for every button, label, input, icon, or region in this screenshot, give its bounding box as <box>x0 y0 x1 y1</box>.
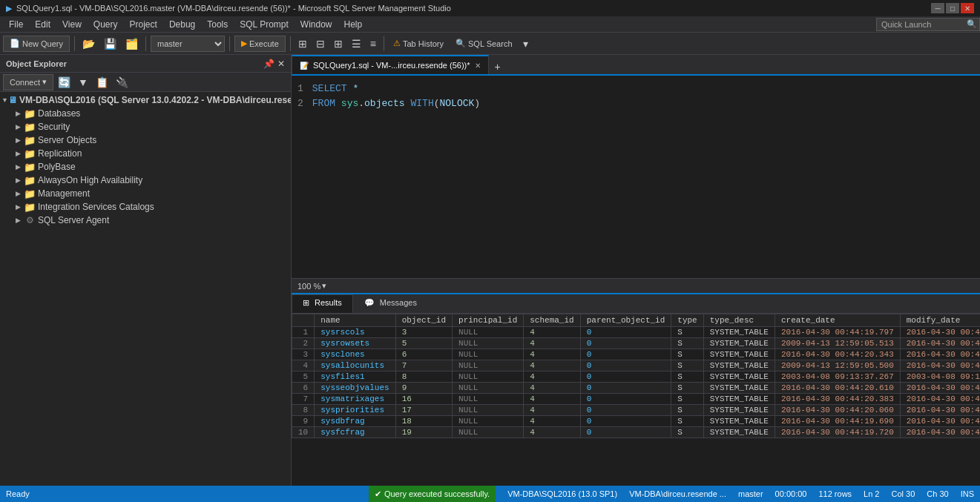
table-row: 3 sysclones 6 NULL 4 0 S SYSTEM_TABLE 20… <box>292 349 981 360</box>
query-tab-1-close[interactable]: ✕ <box>475 62 481 70</box>
alwayson-label: AlwaysOn High Availability <box>38 175 142 185</box>
sql-search-icon: 🔍 <box>456 39 466 48</box>
integration-label: Integration Services Catalogs <box>38 202 154 212</box>
tree-node-management[interactable]: ▶ 📁 Management <box>0 187 291 200</box>
cell-type: S <box>671 383 703 394</box>
cell-type-desc: SYSTEM_TABLE <box>703 349 775 360</box>
tree-node-databases[interactable]: ▶ 📁 Databases <box>0 107 291 120</box>
cell-type: S <box>671 416 703 427</box>
col-type[interactable]: type <box>671 314 703 327</box>
sql-search-label: SQL Search <box>468 39 513 48</box>
execute-button[interactable]: ▶ Execute <box>234 36 286 52</box>
database-selector[interactable]: master <box>151 36 225 52</box>
menu-tools[interactable]: Tools <box>201 18 234 31</box>
tree-node-alwayson[interactable]: ▶ 📁 AlwaysOn High Availability <box>0 174 291 187</box>
cell-rownum: 7 <box>292 394 315 405</box>
cell-principal-id: NULL <box>453 383 524 394</box>
close-button[interactable]: ✕ <box>961 3 974 13</box>
menu-project[interactable]: Project <box>124 18 163 31</box>
tree-node-security[interactable]: ▶ 📁 Security <box>0 120 291 133</box>
open-file-button[interactable]: 📂 <box>79 36 98 51</box>
tree-node-sql-agent[interactable]: ▶ ⚙ SQL Server Agent <box>0 214 291 227</box>
toolbar-btn-5[interactable]: ≡ <box>367 36 379 51</box>
results-table-container[interactable]: name object_id principal_id schema_id pa… <box>292 314 980 486</box>
cell-rownum: 10 <box>292 427 315 438</box>
cell-modify-date: 2016-04-30 00:44:19.877 <box>900 360 980 371</box>
maximize-button[interactable]: □ <box>946 3 959 13</box>
cell-principal-id: NULL <box>453 349 524 360</box>
new-tab-button[interactable]: + <box>490 59 505 74</box>
cell-create-date: 2009-04-13 12:59:05.500 <box>775 360 900 371</box>
cell-object-id: 7 <box>395 360 452 371</box>
security-expand-icon: ▶ <box>12 121 24 133</box>
cell-parent-object-id: 0 <box>580 371 671 383</box>
tree-root-server[interactable]: ▼ 🖥 VM-DBA\SQL2016 (SQL Server 13.0.4202… <box>0 93 291 107</box>
save-all-button[interactable]: 🗂️ <box>122 36 141 51</box>
tree-node-server-objects[interactable]: ▶ 📁 Server Objects <box>0 133 291 147</box>
query-tab-1[interactable]: 📝 SQLQuery1.sql - VM-...irceu.resende (5… <box>292 55 489 74</box>
search-options-button[interactable]: ▾ <box>520 36 531 51</box>
save-button[interactable]: 💾 <box>101 36 119 51</box>
object-explorer-title: Object Explorer <box>6 59 67 68</box>
sql-search-button[interactable]: 🔍 SQL Search <box>451 37 517 50</box>
results-tab-messages[interactable]: 💬 Messages <box>353 294 428 313</box>
line-numbers: 1 2 <box>297 82 303 272</box>
toolbar-btn-1[interactable]: ⊞ <box>295 36 310 51</box>
zoom-dropdown-icon[interactable]: ▾ <box>322 281 326 291</box>
connect-label: Connect <box>10 78 40 87</box>
quick-launch-input[interactable] <box>876 18 980 31</box>
oe-pin-button[interactable]: 📌 <box>263 59 274 69</box>
menu-debug[interactable]: Debug <box>163 18 201 31</box>
cell-type: S <box>671 349 703 360</box>
connect-button[interactable]: Connect ▾ <box>3 74 53 90</box>
table-row: 2 sysrowsets 5 NULL 4 0 S SYSTEM_TABLE 2… <box>292 338 981 349</box>
toolbar-btn-2[interactable]: ⊟ <box>313 36 328 51</box>
minimize-button[interactable]: ─ <box>931 3 944 13</box>
new-query-button[interactable]: 📄 New Query <box>3 36 70 52</box>
col-create-date[interactable]: create_date <box>775 314 900 327</box>
menu-query[interactable]: Query <box>88 18 124 31</box>
menu-file[interactable]: File <box>3 18 29 31</box>
menu-sql-prompt[interactable]: SQL Prompt <box>234 18 295 31</box>
status-right: ✔ Query executed successfully. VM-DBA\SQ… <box>369 486 974 502</box>
col-name[interactable]: name <box>315 314 395 327</box>
code-content[interactable]: SELECT * FROM sys.objects WITH(NOLOCK) <box>312 82 980 272</box>
menu-view[interactable]: View <box>56 18 88 31</box>
col-object-id[interactable]: object_id <box>395 314 452 327</box>
tree-node-integration-services[interactable]: ▶ 📁 Integration Services Catalogs <box>0 200 291 214</box>
tree-node-polybase[interactable]: ▶ 📁 PolyBase <box>0 160 291 174</box>
oe-connect2-button[interactable]: 🔌 <box>113 75 131 90</box>
cell-create-date: 2016-04-30 00:44:19.720 <box>775 427 900 438</box>
table-row: 8 syspriorities 17 NULL 4 0 S SYSTEM_TAB… <box>292 405 981 416</box>
oe-summary-button[interactable]: 📋 <box>93 75 111 90</box>
toolbar-btn-4[interactable]: ☰ <box>349 36 364 51</box>
col-type-desc[interactable]: type_desc <box>703 314 775 327</box>
col-schema-id[interactable]: schema_id <box>524 314 580 327</box>
cell-principal-id: NULL <box>453 327 524 338</box>
server-objects-folder-icon: 📁 <box>24 134 36 146</box>
menu-help[interactable]: Help <box>338 18 369 31</box>
new-query-label: New Query <box>22 39 63 48</box>
results-tab-results[interactable]: ⊞ Results <box>292 294 353 313</box>
tab-history-button[interactable]: ⚠ Tab History <box>389 37 448 50</box>
oe-filter-button[interactable]: ▼ <box>75 75 91 90</box>
window-controls[interactable]: ─ □ ✕ <box>931 3 974 13</box>
oe-refresh-button[interactable]: 🔄 <box>55 75 73 90</box>
col-modify-date[interactable]: modify_date <box>900 314 980 327</box>
status-rows: 112 rows <box>818 489 852 498</box>
security-folder-icon: 📁 <box>24 121 36 133</box>
menu-window[interactable]: Window <box>295 18 338 31</box>
toolbar-btn-3[interactable]: ⊞ <box>331 36 346 51</box>
col-principal-id[interactable]: principal_id <box>453 314 524 327</box>
oe-close-button[interactable]: ✕ <box>277 59 285 69</box>
status-bar: Ready ✔ Query executed successfully. VM-… <box>0 486 980 502</box>
code-editor[interactable]: 1 2 SELECT * FROM sys.objects WITH(NOLOC… <box>292 76 980 278</box>
status-left: Ready <box>6 489 30 498</box>
cell-principal-id: NULL <box>453 360 524 371</box>
menu-edit[interactable]: Edit <box>29 18 56 31</box>
code-line-2: FROM sys.objects WITH(NOLOCK) <box>312 96 980 111</box>
tree-node-replication[interactable]: ▶ 📁 Replication <box>0 147 291 160</box>
col-parent-object-id[interactable]: parent_object_id <box>580 314 671 327</box>
cell-type-desc: SYSTEM_TABLE <box>703 371 775 383</box>
management-label: Management <box>38 188 90 199</box>
